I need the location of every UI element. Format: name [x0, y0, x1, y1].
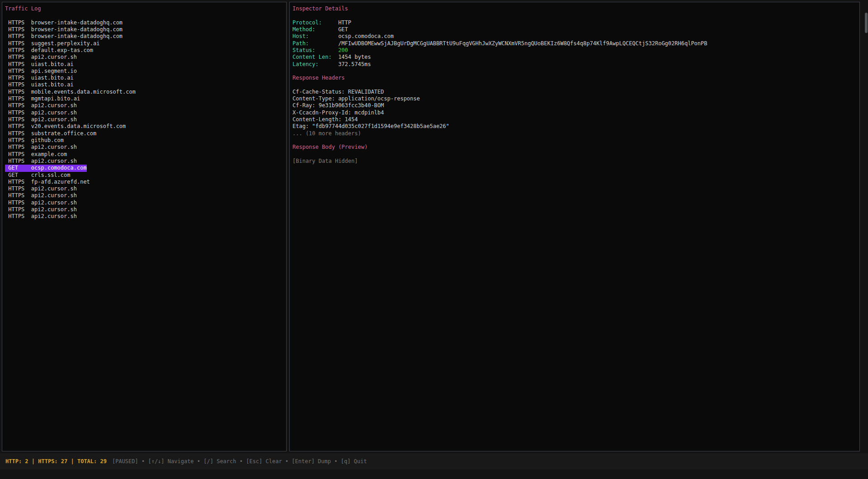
response-headers-title: Response Headers	[292, 75, 857, 81]
log-row[interactable]: HTTPS uiast.bito.ai	[5, 61, 74, 68]
response-header-line: Cf-Cache-Status: REVALIDATED	[292, 89, 857, 95]
log-row[interactable]: HTTPS v20.events.data.microsoft.com	[5, 123, 126, 130]
field-label: Content Len:	[292, 54, 338, 61]
inspector-panel: Inspector Details Protocol:HTTPMethod:GE…	[289, 2, 860, 451]
log-row[interactable]: HTTPS api2.cursor.sh	[5, 213, 77, 220]
log-row[interactable]: HTTPS api2.cursor.sh	[5, 102, 77, 109]
inspector-field: Host:ocsp.comodoca.com	[292, 33, 857, 40]
status-bar: HTTP: 2 | HTTPS: 27 | TOTAL: 29 [PAUSED]…	[0, 453, 868, 470]
log-row[interactable]: HTTPS api2.cursor.sh	[5, 116, 77, 123]
field-label: Latency:	[292, 61, 338, 68]
log-row[interactable]: HTTPS browser-intake-datadoghq.com	[5, 26, 123, 33]
log-row[interactable]: HTTPS api2.cursor.sh	[5, 158, 77, 165]
field-value: /MFIwUDBOMEwwSjAJBgUrDgMCGgUABBRTtU9uFqg…	[338, 40, 707, 47]
log-row[interactable]: HTTPS mgmtapi.bito.ai	[5, 95, 80, 102]
log-row[interactable]: HTTPS substrate.office.com	[5, 130, 96, 137]
response-header-line: Cf-Ray: 9e31b9063fcc3b40-BOM	[292, 102, 857, 109]
field-label: Status:	[292, 47, 338, 54]
field-value: 1454 bytes	[338, 54, 371, 60]
log-row[interactable]: HTTPS suggest.perplexity.ai	[5, 40, 100, 47]
field-label: Host:	[292, 33, 338, 40]
log-row[interactable]: HTTPS default.exp-tas.com	[5, 47, 93, 54]
inspector-fields: Protocol:HTTPMethod:GETHost:ocsp.comodoc…	[292, 19, 857, 68]
response-header-line: X-Ccacdn-Proxy-Id: mcdpinlb4	[292, 109, 857, 116]
field-value: 200	[338, 47, 348, 53]
inspector-field: Protocol:HTTP	[292, 19, 857, 26]
traffic-log-panel: Traffic Log HTTPS browser-intake-datadog…	[2, 2, 287, 451]
log-row[interactable]: HTTPS api.segment.io	[5, 68, 77, 75]
traffic-log-title: Traffic Log	[5, 5, 283, 12]
log-row[interactable]: GET crls.ssl.com	[5, 172, 71, 179]
log-row[interactable]: HTTPS api2.cursor.sh	[5, 109, 77, 116]
response-headers-more: ... (10 more headers)	[292, 130, 857, 137]
log-row[interactable]: HTTPS api2.cursor.sh	[5, 185, 77, 192]
inspector-field: Status:200	[292, 47, 857, 54]
log-row[interactable]: HTTPS api2.cursor.sh	[5, 54, 77, 61]
scrollbar-thumb[interactable]	[865, 13, 868, 33]
log-row[interactable]: HTTPS api2.cursor.sh	[5, 192, 77, 199]
log-row[interactable]: HTTPS uiast.bito.ai	[5, 81, 74, 88]
field-value: 372.5745ms	[338, 61, 371, 67]
log-row[interactable]: HTTPS api2.cursor.sh	[5, 199, 77, 206]
field-label: Method:	[292, 26, 338, 33]
log-row[interactable]: HTTPS browser-intake-datadoghq.com	[5, 19, 123, 26]
response-body-title: Response Body (Preview)	[292, 144, 857, 151]
log-row[interactable]: GET ocsp.comodoca.com	[5, 165, 87, 171]
inspector-field: Method:GET	[292, 26, 857, 33]
field-label: Path:	[292, 40, 338, 47]
log-row[interactable]: HTTPS mobile.events.data.microsoft.com	[5, 89, 136, 95]
log-row[interactable]: HTTPS api2.cursor.sh	[5, 206, 77, 213]
response-header-lines: Cf-Cache-Status: REVALIDATEDContent-Type…	[292, 89, 857, 130]
field-value: HTTP	[338, 19, 351, 26]
field-value: ocsp.comodoca.com	[338, 33, 394, 39]
log-row[interactable]: HTTPS browser-intake-datadoghq.com	[5, 33, 123, 40]
response-body-content: [Binary Data Hidden]	[292, 158, 857, 165]
log-row[interactable]: HTTPS fp-afd.azurefd.net	[5, 179, 90, 185]
inspector-field: Content Len:1454 bytes	[292, 54, 857, 61]
field-value: GET	[338, 26, 348, 33]
keybindings-hint: [PAUSED] • [↑/↓] Navigate • [/] Search •…	[112, 458, 367, 465]
response-header-line: Content-Type: application/ocsp-response	[292, 95, 857, 102]
log-row[interactable]: HTTPS github.com	[5, 137, 64, 144]
response-header-line: Content-Length: 1454	[292, 116, 857, 123]
inspector-field: Latency:372.5745ms	[292, 61, 857, 68]
log-row[interactable]: HTTPS uiast.bito.ai	[5, 75, 74, 81]
traffic-counts: HTTP: 2 | HTTPS: 27 | TOTAL: 29	[5, 458, 107, 465]
inspector-title: Inspector Details	[292, 5, 857, 12]
log-row[interactable]: HTTPS api2.cursor.sh	[5, 144, 77, 151]
traffic-log-rows: HTTPS browser-intake-datadoghq.com HTTPS…	[5, 19, 283, 220]
inspector-field: Path:/MFIwUDBOMEwwSjAJBgUrDgMCGgUABBRTtU…	[292, 40, 857, 47]
log-row[interactable]: HTTPS example.com	[5, 151, 67, 158]
response-header-line: Etag: "fdb97744d035c027f1d1594e9ef3428b5…	[292, 123, 857, 130]
field-label: Protocol:	[292, 19, 338, 26]
